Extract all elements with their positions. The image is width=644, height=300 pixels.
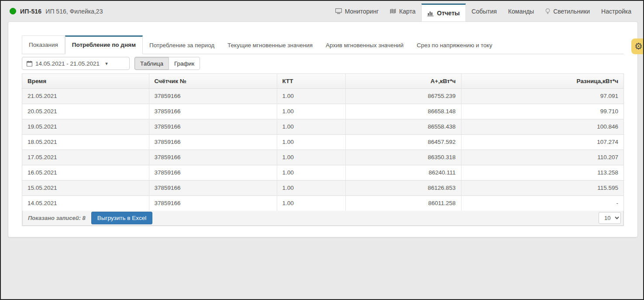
cell-ktt: 1.00 <box>277 119 345 134</box>
export-excel-button[interactable]: Выгрузить в Excel <box>91 212 152 224</box>
subtab-instant-values-archive[interactable]: Архив мгновенных значений <box>319 36 410 54</box>
cell-aplus: 86126.853 <box>345 180 461 195</box>
cell-date: 18.05.2021 <box>22 134 149 150</box>
nav-item-commands[interactable]: Команды <box>503 1 540 21</box>
cell-ktt: 1.00 <box>277 150 345 165</box>
cell-date: 14.05.2021 <box>22 195 149 211</box>
cell-aplus: 86755.239 <box>345 88 461 104</box>
nav-label: Отчеты <box>437 10 460 17</box>
col-header-aplus: А+,кВт*ч <box>345 74 461 88</box>
table-row: 16.05.2021 37859166 1.00 86240.111 113.2… <box>22 165 623 180</box>
cell-aplus: 86350.318 <box>345 150 461 165</box>
table-row: 20.05.2021 37859166 1.00 86658.148 99.71… <box>22 104 623 119</box>
nav-label: События <box>472 8 497 15</box>
page-size-select[interactable]: 10 <box>599 212 621 224</box>
nav-label: Команды <box>508 8 534 15</box>
cell-ktt: 1.00 <box>277 88 345 104</box>
col-header-meter: Счётчик № <box>149 74 277 88</box>
cell-ktt: 1.00 <box>277 180 345 195</box>
nav-item-reports[interactable]: Отчеты <box>421 3 466 21</box>
table-footer: Показано записей: 8 Выгрузить в Excel 10 <box>22 211 623 226</box>
cell-ktt: 1.00 <box>277 104 345 119</box>
nav-item-map[interactable]: Карта <box>384 1 421 21</box>
gear-icon: ⚙ <box>634 42 643 51</box>
nav-item-events[interactable]: События <box>466 1 503 21</box>
device-description: ИП 516, Филейка,23 <box>45 8 103 15</box>
cell-date: 20.05.2021 <box>22 104 149 119</box>
table-row: 18.05.2021 37859166 1.00 86457.592 107.2… <box>22 134 623 150</box>
cell-diff: 100.846 <box>461 119 623 134</box>
report-settings-button[interactable]: ⚙ <box>631 38 644 54</box>
nav-item-luminaires[interactable]: Светильники <box>540 1 596 21</box>
subtab-label: Потребление по дням <box>72 42 136 48</box>
cell-diff: 97.091 <box>461 88 623 104</box>
records-count: Показано записей: 8 <box>28 215 86 221</box>
report-subtabs: Показания Потребление по дням Потреблени… <box>22 35 624 54</box>
subtab-readings[interactable]: Показания <box>22 35 65 54</box>
controls-row: 14.05.2021 - 21.05.2021 ▾ Таблица График <box>22 57 624 70</box>
nav-item-settings[interactable]: Настройка <box>596 1 637 21</box>
table-row: 19.05.2021 37859166 1.00 86558.438 100.8… <box>22 119 623 134</box>
device-header: ИП-516 ИП 516, Филейка,23 <box>10 1 103 21</box>
cell-meter: 37859166 <box>149 150 277 165</box>
view-chart-button[interactable]: График <box>169 57 200 70</box>
subtab-voltage-current-slice[interactable]: Срез по напряжению и току <box>410 36 499 54</box>
table-row: 15.05.2021 37859166 1.00 86126.853 115.5… <box>22 180 623 195</box>
consumption-table: Время Счётчик № КТТ А+,кВт*ч Разница,кВт… <box>22 73 624 226</box>
subtab-daily-consumption[interactable]: Потребление по дням <box>65 35 143 54</box>
cell-aplus: 86011.258 <box>345 195 461 211</box>
subtab-label: Показания <box>29 42 58 48</box>
subtab-label: Срез по напряжению и току <box>417 42 492 49</box>
cell-diff: 115.595 <box>461 180 623 195</box>
table-row: 14.05.2021 37859166 1.00 86011.258 - <box>22 195 623 211</box>
cell-date: 15.05.2021 <box>22 180 149 195</box>
cell-meter: 37859166 <box>149 104 277 119</box>
subtab-current-instant-values[interactable]: Текущие мгновенные значения <box>221 36 319 54</box>
monitor-icon <box>335 8 342 14</box>
cell-aplus: 86240.111 <box>345 165 461 180</box>
table-row: 21.05.2021 37859166 1.00 86755.239 97.09… <box>22 88 623 104</box>
view-toggle-group: Таблица График <box>134 57 200 70</box>
table-row: 17.05.2021 37859166 1.00 86350.318 110.2… <box>22 150 623 165</box>
nav-label: Светильники <box>553 8 590 15</box>
device-id: ИП-516 <box>20 8 41 15</box>
cell-ktt: 1.00 <box>277 195 345 211</box>
cell-meter: 37859166 <box>149 134 277 150</box>
cell-meter: 37859166 <box>149 195 277 211</box>
main-nav: Мониторинг Карта Отчеты События Команды <box>330 1 637 21</box>
calendar-icon <box>27 61 32 66</box>
toggle-label: График <box>174 60 194 67</box>
cell-aplus: 86558.438 <box>345 119 461 134</box>
cell-date: 16.05.2021 <box>22 165 149 180</box>
bulb-icon <box>545 8 550 14</box>
status-online-dot <box>10 8 16 14</box>
col-header-diff: Разница,кВт*ч <box>461 74 623 88</box>
cell-diff: 110.207 <box>461 150 623 165</box>
bar-chart-icon <box>427 10 434 16</box>
col-header-ktt: КТТ <box>277 74 345 88</box>
cell-meter: 37859166 <box>149 180 277 195</box>
cell-aplus: 86658.148 <box>345 104 461 119</box>
nav-item-monitoring[interactable]: Мониторинг <box>330 1 385 21</box>
cell-diff: - <box>461 195 623 211</box>
cell-diff: 113.258 <box>461 165 623 180</box>
view-table-button[interactable]: Таблица <box>134 57 169 70</box>
caret-down-icon: ▾ <box>105 61 108 66</box>
subtab-period-consumption[interactable]: Потребление за период <box>143 36 221 54</box>
cell-ktt: 1.00 <box>277 165 345 180</box>
cell-ktt: 1.00 <box>277 134 345 150</box>
cell-aplus: 86457.592 <box>345 134 461 150</box>
cell-meter: 37859166 <box>149 119 277 134</box>
col-header-time: Время <box>22 74 149 88</box>
date-range-picker[interactable]: 14.05.2021 - 21.05.2021 ▾ <box>22 57 130 70</box>
cell-diff: 107.274 <box>461 134 623 150</box>
cell-date: 21.05.2021 <box>22 88 149 104</box>
nav-label: Мониторинг <box>345 8 379 15</box>
app-window: ИП-516 ИП 516, Филейка,23 Мониторинг Кар… <box>0 0 644 300</box>
cell-diff: 99.710 <box>461 104 623 119</box>
subtab-label: Потребление за период <box>149 42 214 49</box>
cell-meter: 37859166 <box>149 165 277 180</box>
nav-label: Карта <box>399 8 415 15</box>
toggle-label: Таблица <box>140 60 163 67</box>
table-header-row: Время Счётчик № КТТ А+,кВт*ч Разница,кВт… <box>22 74 623 88</box>
